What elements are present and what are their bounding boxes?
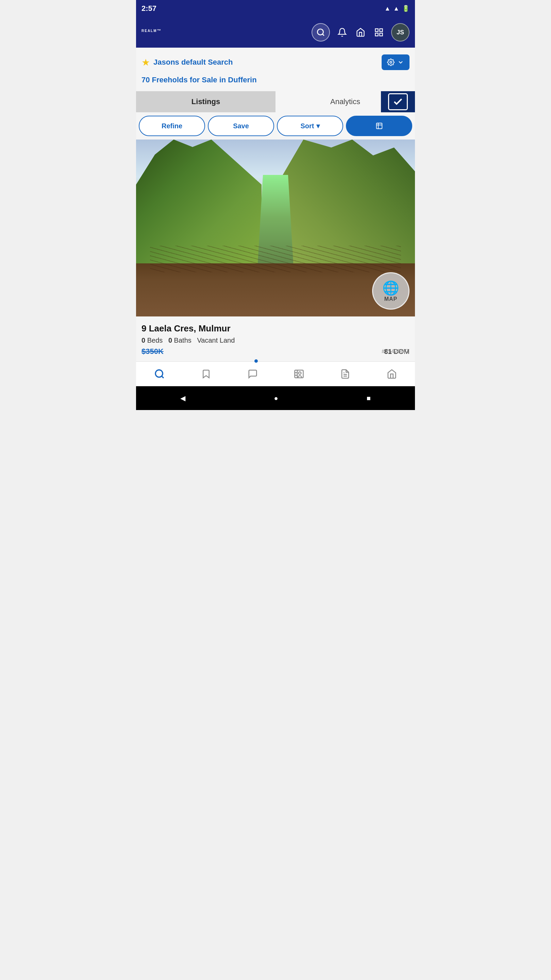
realm-logo: REALM™ [141,26,162,39]
map-label: MAP [384,296,398,302]
map-overlay-button[interactable]: 🌐 MAP [372,272,410,310]
bottom-nav-messages[interactable] [242,366,263,382]
select-mode-button[interactable] [381,91,415,112]
svg-rect-5 [380,33,382,36]
svg-point-16 [299,372,301,375]
svg-rect-4 [375,33,378,36]
save-button[interactable]: Save [208,116,274,136]
baths-count: 0 [168,337,172,344]
bottom-nav-saved[interactable] [195,366,217,382]
android-nav: ◀ ● ■ [136,386,415,410]
android-home-button[interactable]: ● [274,395,278,402]
bottom-nav-search[interactable] [149,366,170,382]
tabs-row: Listings Analytics [136,91,415,112]
search-header: ★ Jasons default Search [136,48,415,74]
bottom-nav [136,361,415,386]
bottom-nav-documents[interactable] [335,366,356,382]
favorite-star-icon[interactable]: ★ [141,57,150,68]
search-button[interactable] [311,23,330,41]
trademark: ™ [157,28,162,33]
home-nav-button[interactable] [354,26,367,38]
nav-icons: JS [311,23,410,41]
action-buttons: Refine Save Sort ▾ [136,112,415,140]
wifi-icon: ▲ [384,5,391,12]
listing-count-text: 70 Freeholds for Sale in Dufferin [141,76,257,84]
svg-line-1 [322,34,324,36]
svg-rect-3 [380,29,382,32]
grid-button[interactable] [373,26,385,38]
svg-point-0 [318,29,323,35]
android-back-button[interactable]: ◀ [180,394,185,402]
property-listing-id: #X5426677 [382,348,410,355]
property-address: 9 Laela Cres, Mulmur [141,323,410,334]
signal-icon: ▲ [393,5,399,12]
svg-line-11 [162,376,164,378]
branches [150,246,401,272]
status-time: 2:57 [141,4,156,13]
globe-icon: 🌐 [382,280,399,296]
search-title-row: ★ Jasons default Search [141,57,233,68]
user-avatar[interactable]: JS [391,23,410,41]
property-image[interactable]: 🌐 MAP [136,140,415,317]
property-info: 9 Laela Cres, Mulmur 0 Beds 0 Baths Vaca… [136,317,415,361]
search-subtitle: 70 Freeholds for Sale in Dufferin [136,74,415,91]
svg-rect-7 [376,123,382,129]
search-name: Jasons default Search [153,58,233,67]
status-bar: 2:57 ▲ ▲ 🔋 [136,0,415,17]
svg-point-10 [156,370,163,377]
top-nav: REALM™ [136,17,415,48]
property-type: Vacant Land [197,337,235,344]
battery-icon: 🔋 [402,5,410,12]
bottom-nav-contacts[interactable] [288,366,310,382]
settings-button[interactable] [382,54,410,70]
bottom-nav-home[interactable] [381,366,402,382]
property-price: $350K [141,347,164,356]
svg-rect-2 [375,29,378,32]
notification-button[interactable] [336,26,348,38]
android-recent-button[interactable]: ■ [367,395,371,402]
map-circle[interactable]: 🌐 MAP [372,272,410,310]
refine-button[interactable]: Refine [139,116,205,136]
beds-count: 0 [141,337,145,344]
status-icons: ▲ ▲ 🔋 [384,5,410,12]
sort-button[interactable]: Sort ▾ [277,116,343,136]
property-details: 0 Beds 0 Baths Vacant Land [141,337,410,344]
property-price-row: $350K 81 DOM #X5426677 [141,347,410,356]
svg-point-6 [390,61,392,63]
tab-listings[interactable]: Listings [136,91,275,112]
view-toggle-button[interactable] [346,116,412,136]
